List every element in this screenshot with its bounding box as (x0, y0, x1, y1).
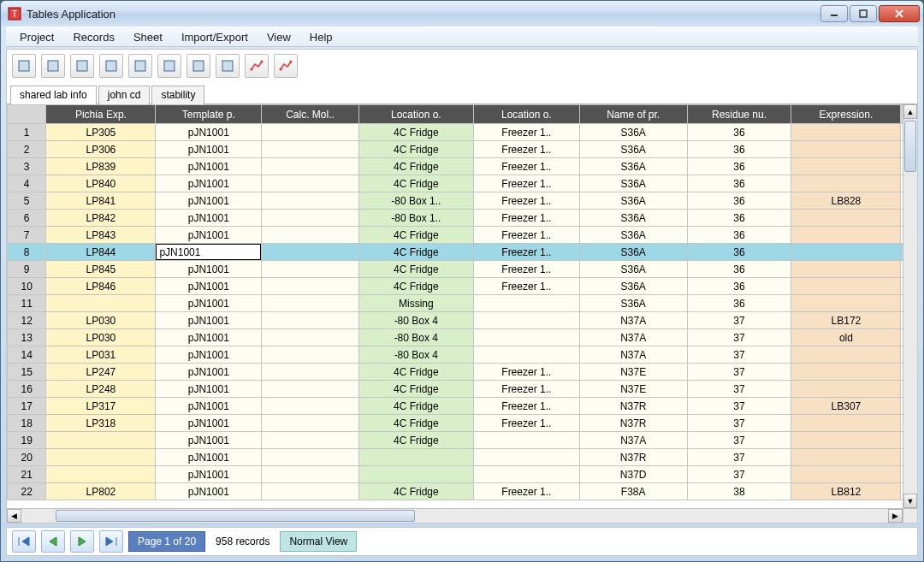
cell[interactable] (473, 432, 579, 449)
cell[interactable]: 38 (687, 483, 791, 500)
cell[interactable] (262, 483, 359, 500)
cell[interactable] (791, 227, 901, 244)
row-header[interactable]: 14 (8, 346, 46, 364)
table-row[interactable]: 6LP842pJN1001-80 Box 1..Freezer 1..S36A3… (8, 210, 917, 227)
cell[interactable] (262, 244, 359, 261)
cell[interactable] (46, 466, 156, 483)
cell[interactable]: pJN1001 (156, 124, 262, 141)
menu-importexport[interactable]: Import/Export (173, 29, 257, 45)
table-row[interactable]: 8LP8444C FridgeFreezer 1..S36A36 (8, 244, 917, 261)
cell-editor-input[interactable] (156, 244, 261, 260)
cell[interactable]: 37 (687, 364, 791, 381)
cell[interactable]: N37D (579, 466, 687, 483)
cell[interactable]: 37 (687, 398, 791, 415)
table-row[interactable]: 2LP306pJN10014C FridgeFreezer 1..S36A36 (8, 141, 917, 158)
cell[interactable]: Freezer 1.. (473, 141, 579, 158)
tab-shared-lab-info[interactable]: shared lab info (10, 86, 97, 104)
cell[interactable]: N37R (579, 398, 687, 415)
cell[interactable]: S36A (579, 158, 687, 175)
cell[interactable]: S36A (579, 261, 687, 278)
scroll-thumb-vertical[interactable] (904, 121, 916, 172)
cell[interactable]: 37 (687, 449, 791, 466)
cell[interactable]: Freezer 1.. (473, 381, 579, 398)
cell[interactable]: pJN1001 (156, 295, 262, 312)
row-header[interactable]: 13 (8, 329, 46, 346)
row-header[interactable]: 11 (8, 295, 46, 312)
menu-sheet[interactable]: Sheet (125, 29, 171, 45)
cell[interactable]: pJN1001 (156, 398, 262, 415)
menu-project[interactable]: Project (11, 29, 62, 45)
cell[interactable]: 4C Fridge (358, 244, 473, 261)
first-page-button[interactable] (12, 530, 36, 553)
horizontal-scrollbar[interactable]: ◀ ▶ (7, 508, 903, 523)
row-header[interactable]: 2 (8, 141, 46, 158)
cell[interactable]: 37 (687, 381, 791, 398)
maximize-button[interactable] (850, 5, 877, 22)
cell[interactable]: LP318 (46, 415, 156, 432)
cell[interactable]: LP247 (46, 364, 156, 381)
close-button[interactable] (879, 5, 920, 22)
cell[interactable]: F38A (579, 483, 687, 500)
cell[interactable] (791, 381, 901, 398)
row-header[interactable]: 17 (8, 398, 46, 415)
cell[interactable]: LP845 (46, 261, 156, 278)
cell[interactable]: pJN1001 (156, 483, 262, 500)
scroll-left-icon[interactable]: ◀ (7, 509, 21, 523)
cell[interactable]: N37A (579, 329, 687, 346)
cell[interactable]: pJN1001 (156, 364, 262, 381)
cell[interactable] (46, 295, 156, 312)
cell[interactable]: pJN1001 (156, 329, 262, 346)
scroll-right-icon[interactable]: ▶ (888, 509, 903, 523)
next-page-button[interactable] (70, 530, 94, 553)
table-row[interactable]: 3LP839pJN10014C FridgeFreezer 1..S36A36 (8, 158, 917, 175)
vertical-scrollbar[interactable]: ▲ ▼ (903, 104, 917, 508)
cell[interactable]: 36 (687, 192, 791, 210)
table-row[interactable]: 15LP247pJN10014C FridgeFreezer 1..N37E37 (8, 364, 917, 381)
cell[interactable]: 4C Fridge (358, 175, 473, 192)
row-header[interactable]: 15 (8, 364, 46, 381)
cell[interactable]: pJN1001 (156, 158, 262, 175)
cell[interactable]: -80 Box 1.. (358, 210, 473, 227)
table-row[interactable]: 9LP845pJN10014C FridgeFreezer 1..S36A36 (8, 261, 917, 278)
row-header[interactable]: 7 (8, 227, 46, 244)
row-header[interactable]: 18 (8, 415, 46, 432)
cell[interactable] (791, 364, 901, 381)
cell[interactable]: S36A (579, 227, 687, 244)
cell[interactable]: S36A (579, 210, 687, 227)
row-header[interactable]: 10 (8, 278, 46, 295)
cell[interactable]: 4C Fridge (358, 124, 473, 141)
cell[interactable]: Freezer 1.. (473, 227, 579, 244)
cell[interactable] (791, 449, 901, 466)
minimize-button[interactable] (820, 5, 848, 22)
plot-scatter-button[interactable] (274, 54, 298, 78)
table-row[interactable]: 22LP802pJN10014C FridgeFreezer 1..F38A38… (8, 483, 917, 500)
cell[interactable]: Freezer 1.. (473, 483, 579, 500)
table-row[interactable]: 5LP841pJN1001-80 Box 1..Freezer 1..S36A3… (8, 192, 917, 210)
cell[interactable]: LB172 (791, 312, 901, 329)
delete-row-button[interactable] (216, 54, 240, 78)
cell[interactable]: Freezer 1.. (473, 124, 579, 141)
tab-john-cd[interactable]: john cd (98, 86, 151, 104)
last-page-button[interactable] (99, 530, 123, 553)
cell[interactable]: N37A (579, 432, 687, 449)
cell[interactable] (358, 449, 473, 466)
cell[interactable]: 4C Fridge (358, 278, 473, 295)
col-header-0[interactable]: Pichia Exp. (46, 105, 156, 124)
menu-records[interactable]: Records (64, 29, 122, 45)
col-header-3[interactable]: Location o. (358, 105, 473, 124)
cell[interactable]: 37 (687, 329, 791, 346)
row-header[interactable]: 4 (8, 175, 46, 192)
new-sheet-button[interactable] (12, 54, 36, 78)
cell[interactable] (791, 278, 901, 295)
cell[interactable]: 37 (687, 312, 791, 329)
cell[interactable]: S36A (579, 244, 687, 261)
table-row[interactable]: 17LP317pJN10014C FridgeFreezer 1..N37R37… (8, 398, 917, 415)
view-mode-badge[interactable]: Normal View (280, 531, 357, 552)
table-row[interactable]: 10LP846pJN10014C FridgeFreezer 1..S36A36 (8, 278, 917, 295)
cell[interactable]: pJN1001 (156, 415, 262, 432)
cell[interactable]: S36A (579, 141, 687, 158)
cell[interactable]: 4C Fridge (358, 483, 473, 500)
row-header[interactable]: 19 (8, 432, 46, 449)
cell[interactable]: 4C Fridge (358, 381, 473, 398)
cell[interactable]: 37 (687, 432, 791, 449)
